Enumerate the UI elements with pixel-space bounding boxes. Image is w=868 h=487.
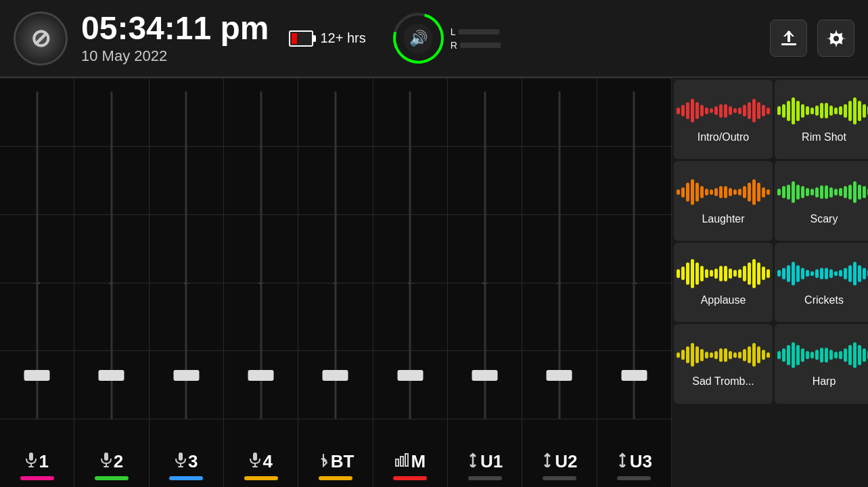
fader-handle-BT[interactable]	[323, 370, 348, 381]
sfx-button-crickets[interactable]: Crickets	[775, 243, 868, 322]
waveform-bar-19	[767, 189, 770, 195]
channel-U3[interactable]: U3	[597, 78, 672, 487]
fader-handle-4[interactable]	[248, 370, 274, 381]
waveform-bar-11	[729, 106, 732, 115]
sfx-label-harp: Harp	[813, 375, 836, 388]
sfx-button-intro-outro[interactable]: Intro/Outro	[674, 80, 773, 159]
waveform-bar-15	[748, 102, 751, 119]
channel-number-2: 2	[114, 451, 123, 472]
fader-handle-U3[interactable]	[621, 370, 647, 381]
waveform-bar-18	[762, 266, 765, 280]
channel-type-icon-M	[394, 453, 409, 471]
sfx-button-rim-shot[interactable]: Rim Shot	[775, 80, 868, 159]
waveform-bar-18	[863, 186, 866, 198]
svg-rect-12	[180, 463, 181, 466]
channel-icon-num-BT: BT	[317, 451, 355, 472]
waveform-bar-5	[801, 268, 804, 280]
channel-U2[interactable]: U2	[522, 78, 597, 487]
upload-button[interactable]	[770, 20, 807, 57]
channel-3[interactable]: 3	[150, 78, 224, 487]
fader-track-U2	[558, 91, 560, 419]
waveform-bar-11	[829, 269, 833, 278]
fader-handle-U2[interactable]	[547, 370, 572, 381]
sfx-button-sad-trombone[interactable]: Sad Tromb...	[674, 324, 773, 403]
channel-2[interactable]: 2	[74, 78, 149, 487]
battery-fill	[292, 33, 297, 44]
channel-number-M: M	[411, 451, 426, 472]
sfx-button-laughter[interactable]: Laughter	[674, 161, 773, 240]
svg-rect-7	[28, 466, 34, 467]
channel-BT[interactable]: BT	[298, 78, 373, 487]
waveform-bar-8	[714, 269, 718, 279]
waveform-bar-9	[719, 266, 723, 281]
fader-handle-U1[interactable]	[472, 370, 498, 381]
waveform-bar-8	[714, 351, 718, 360]
waveform-bar-10	[724, 186, 727, 198]
waveform-bar-10	[724, 104, 727, 118]
fader-handle-3[interactable]	[173, 370, 199, 381]
waveform-bar-12	[834, 352, 838, 358]
waveform-harp	[777, 340, 868, 370]
channel-icon-num-4: 4	[249, 451, 272, 472]
channel-4[interactable]: 4	[224, 78, 298, 487]
waveform-bar-13	[738, 189, 741, 195]
sfx-panel: Intro/OutroRim ShotLaughterScaryApplause…	[672, 78, 868, 487]
waveform-bar-1	[681, 105, 685, 117]
waveform-bar-13	[839, 351, 842, 360]
waveform-bar-18	[863, 348, 866, 362]
waveform-bar-9	[820, 185, 823, 199]
waveform-bar-7	[810, 108, 814, 114]
settings-button[interactable]	[817, 20, 854, 57]
waveform-bar-14	[743, 186, 746, 198]
channel-U1[interactable]: U1	[448, 78, 522, 487]
svg-rect-0	[781, 43, 796, 45]
waveform-bar-6	[705, 269, 708, 278]
channel-color-bar-3	[169, 476, 203, 480]
waveform-bar-1	[782, 186, 785, 198]
channel-color-bar-4	[244, 476, 278, 480]
waveform-laughter	[677, 177, 770, 208]
svg-rect-6	[30, 463, 32, 466]
channel-number-4: 4	[262, 451, 272, 472]
waveform-bar-15	[848, 345, 852, 365]
waveform-bar-1	[681, 187, 685, 198]
waveform-bar-11	[829, 106, 833, 116]
waveform-bar-17	[757, 346, 760, 363]
waveform-bar-2	[686, 346, 689, 363]
fader-handle-M[interactable]	[397, 370, 423, 381]
waveform-bar-5	[801, 348, 804, 362]
waveform-bar-12	[733, 352, 737, 358]
waveform-bar-0	[777, 106, 781, 115]
waveform-bar-5	[801, 104, 804, 118]
null-button[interactable]: ⊘	[14, 11, 68, 66]
channel-type-icon-4	[249, 453, 261, 471]
waveform-bar-3	[792, 97, 795, 124]
waveform-bar-16	[752, 259, 756, 288]
waveform-bar-8	[815, 269, 819, 278]
channel-number-1: 1	[39, 451, 48, 472]
channel-1[interactable]: 1	[0, 78, 74, 487]
waveform-bar-14	[844, 348, 847, 362]
waveform-bar-2	[686, 102, 689, 119]
sfx-button-applause[interactable]: Applause	[674, 243, 773, 322]
channel-icon-num-2: 2	[100, 451, 123, 472]
sfx-label-crickets: Crickets	[804, 294, 844, 306]
svg-rect-14	[253, 453, 257, 461]
channel-icon-num-M: M	[394, 451, 426, 472]
fader-handle-2[interactable]	[99, 370, 124, 381]
fader-track-3	[185, 91, 187, 419]
waveform-bar-2	[787, 185, 790, 200]
fader-track-2	[110, 91, 112, 419]
fader-track-U1	[484, 91, 486, 419]
channel-M[interactable]: M	[373, 78, 448, 487]
fader-handle-1[interactable]	[24, 370, 50, 381]
fader-track-U3	[633, 91, 635, 419]
speaker-ring[interactable]: 🔊	[393, 13, 444, 64]
sfx-button-scary[interactable]: Scary	[775, 161, 868, 240]
waveform-bar-2	[787, 101, 790, 121]
sfx-button-harp[interactable]: Harp	[775, 324, 868, 403]
waveform-rim-shot	[777, 95, 868, 126]
waveform-bar-16	[853, 342, 856, 368]
svg-rect-13	[178, 466, 183, 467]
waveform-bar-4	[695, 102, 699, 119]
